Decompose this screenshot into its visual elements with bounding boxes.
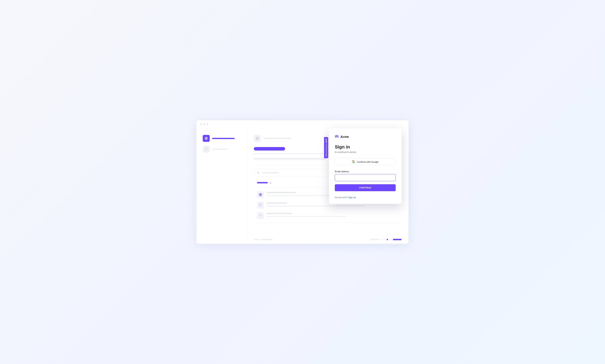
pushpin-icon [257, 212, 264, 219]
svg-point-5 [260, 204, 261, 205]
search-placeholder-skeleton [262, 172, 279, 173]
svg-point-1 [206, 148, 207, 149]
globe-icon [257, 191, 264, 198]
list-subtitle-skeleton [266, 216, 346, 217]
sidebar-item[interactable] [203, 146, 240, 153]
user-icon [203, 146, 210, 153]
svg-point-6 [326, 145, 326, 145]
list-subtitle-skeleton [266, 206, 365, 207]
globe-icon [203, 135, 210, 142]
sidebar [196, 128, 247, 244]
list-title-skeleton [266, 192, 296, 193]
pagination-dot[interactable] [387, 239, 388, 240]
window-control-dot[interactable] [203, 123, 205, 125]
email-label: Email address [335, 170, 396, 173]
continue-button[interactable]: CONTINUE [335, 184, 396, 191]
clerk-icon [325, 144, 327, 146]
list-title-skeleton [266, 213, 292, 214]
acme-logo-icon [335, 135, 339, 139]
continue-with-google-button[interactable]: Continue with Google [335, 158, 396, 165]
email-input[interactable] [335, 174, 396, 181]
pagination-dot[interactable] [384, 239, 385, 240]
brand: Acme [335, 135, 396, 139]
secured-brand: clerk [325, 139, 327, 143]
window-control-dot[interactable] [200, 123, 202, 125]
signin-modal: Secured by clerk Acme Sign in to continu… [329, 128, 402, 204]
sidebar-label-skeleton [212, 149, 228, 150]
signup-link[interactable]: Sign up [348, 196, 356, 199]
sidebar-label-skeleton [212, 138, 235, 139]
list-title-skeleton [266, 202, 287, 204]
pagination-dot[interactable] [380, 239, 382, 240]
footer [254, 239, 402, 240]
header-title-skeleton [263, 138, 291, 139]
pagination [370, 239, 402, 240]
pagination-dot[interactable] [390, 239, 391, 240]
svg-point-3 [257, 172, 259, 173]
pagination-next[interactable] [393, 239, 402, 240]
window-control-dot[interactable] [206, 123, 208, 125]
divider [254, 222, 402, 223]
signin-title: Sign in [335, 144, 396, 150]
signin-subtitle: to continue to Acme [335, 151, 396, 154]
brand-name: Acme [340, 135, 349, 139]
signup-prompt: No account? Sign up [335, 196, 396, 199]
secured-by-label: Secured by [325, 146, 327, 157]
arrow-down-icon [270, 182, 271, 184]
globe-icon [254, 135, 261, 142]
sort-label-skeleton [257, 182, 268, 183]
window-controls [196, 120, 409, 128]
footer-skeleton [260, 239, 273, 240]
search-icon [257, 171, 259, 174]
google-icon [352, 160, 355, 164]
no-account-text: No account? [335, 196, 348, 199]
list-item[interactable] [254, 212, 402, 219]
secured-by-badge[interactable]: Secured by clerk [324, 137, 328, 158]
google-button-label: Continue with Google [357, 161, 378, 163]
footer-skeleton [254, 239, 259, 240]
pagination-skeleton [370, 239, 379, 240]
pin-icon [257, 202, 264, 208]
sidebar-item-active[interactable] [203, 135, 240, 142]
text-skeleton [254, 158, 326, 160]
browser-window: Secured by clerk Acme Sign in to continu… [196, 120, 409, 244]
primary-action-skeleton[interactable] [254, 147, 285, 151]
